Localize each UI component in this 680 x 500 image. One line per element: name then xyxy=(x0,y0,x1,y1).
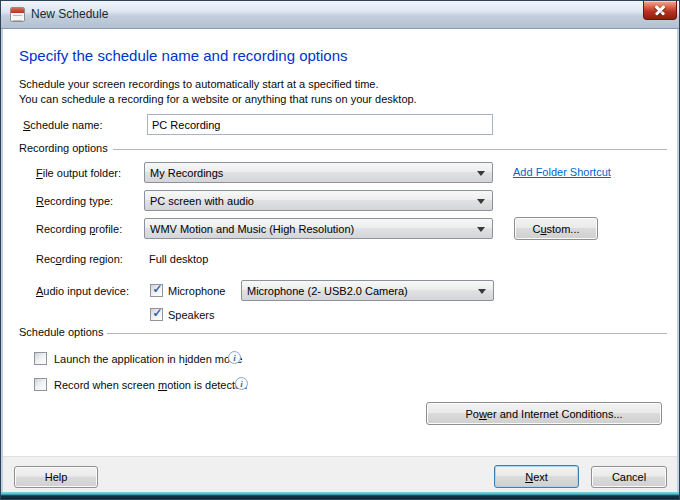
recording-region-label: Recording region: xyxy=(36,253,123,266)
dropdown-arrow-icon xyxy=(477,227,485,232)
microphone-device-select[interactable]: Microphone (2- USB2.0 Camera) xyxy=(241,280,494,301)
speakers-checkbox-label: Speakers xyxy=(168,309,214,322)
hidden-mode-checkbox[interactable] xyxy=(34,352,47,365)
page-title: Specify the schedule name and recording … xyxy=(19,47,348,64)
schedule-name-input[interactable] xyxy=(147,114,493,135)
motion-detect-checkbox-label: Record when screen motion is detected xyxy=(54,379,247,392)
recording-type-select[interactable]: PC screen with audio xyxy=(144,190,493,211)
speakers-checkbox[interactable]: ✓ xyxy=(150,308,163,321)
recording-type-label: Recording type: xyxy=(36,195,113,208)
add-folder-shortcut-link[interactable]: Add Folder Shortcut xyxy=(513,166,611,178)
schedule-options-group-label: Schedule options xyxy=(19,326,103,339)
checkmark-icon xyxy=(35,351,48,364)
intro-line-1: Schedule your screen recordings to autom… xyxy=(19,78,379,91)
window-title: New Schedule xyxy=(31,1,108,28)
hidden-mode-checkbox-label: Launch the application in hidden mode xyxy=(54,353,242,366)
window-border-right xyxy=(677,29,679,492)
motion-detect-checkbox[interactable] xyxy=(34,378,47,391)
file-output-folder-select[interactable]: My Recordings xyxy=(144,162,493,183)
recording-profile-select[interactable]: WMV Motion and Music (High Resolution) xyxy=(144,218,493,239)
info-icon[interactable]: i xyxy=(228,351,241,364)
recording-options-separator xyxy=(113,149,667,150)
next-button[interactable]: Next xyxy=(494,465,579,488)
info-icon[interactable]: i xyxy=(235,377,248,390)
recording-profile-label: Recording profile: xyxy=(36,223,122,236)
dropdown-arrow-icon xyxy=(477,199,485,204)
schedule-name-label: Schedule name: xyxy=(23,119,103,132)
schedule-icon xyxy=(10,7,25,22)
checkmark-icon xyxy=(35,377,48,390)
checkmark-icon: ✓ xyxy=(151,307,164,320)
file-output-folder-label: File output folder: xyxy=(36,167,121,180)
titlebar: New Schedule xyxy=(1,1,679,29)
schedule-options-separator xyxy=(107,333,667,334)
power-internet-conditions-button[interactable]: Power and Internet Conditions... xyxy=(426,402,662,425)
microphone-checkbox-label: Microphone xyxy=(168,285,225,298)
close-button[interactable] xyxy=(643,1,677,20)
checkmark-icon: ✓ xyxy=(151,283,164,296)
dropdown-arrow-icon xyxy=(478,289,486,294)
cancel-button[interactable]: Cancel xyxy=(591,466,667,488)
custom-button[interactable]: Custom... xyxy=(514,217,598,240)
help-button[interactable]: Help xyxy=(14,466,98,488)
intro-line-2: You can schedule a recording for a websi… xyxy=(19,93,417,106)
recording-region-value: Full desktop xyxy=(149,253,208,265)
close-icon xyxy=(655,5,665,15)
microphone-device-value: Microphone (2- USB2.0 Camera) xyxy=(247,285,408,297)
recording-type-value: PC screen with audio xyxy=(150,195,254,207)
window-border-bottom xyxy=(1,492,679,499)
audio-input-device-label: Audio input device: xyxy=(36,285,129,298)
file-output-folder-value: My Recordings xyxy=(150,167,223,179)
recording-profile-value: WMV Motion and Music (High Resolution) xyxy=(150,223,354,235)
new-schedule-dialog: New Schedule Specify the schedule name a… xyxy=(0,0,680,500)
recording-options-group-label: Recording options xyxy=(19,142,108,155)
window-border-left xyxy=(1,29,3,492)
dropdown-arrow-icon xyxy=(477,171,485,176)
microphone-checkbox[interactable]: ✓ xyxy=(150,284,163,297)
